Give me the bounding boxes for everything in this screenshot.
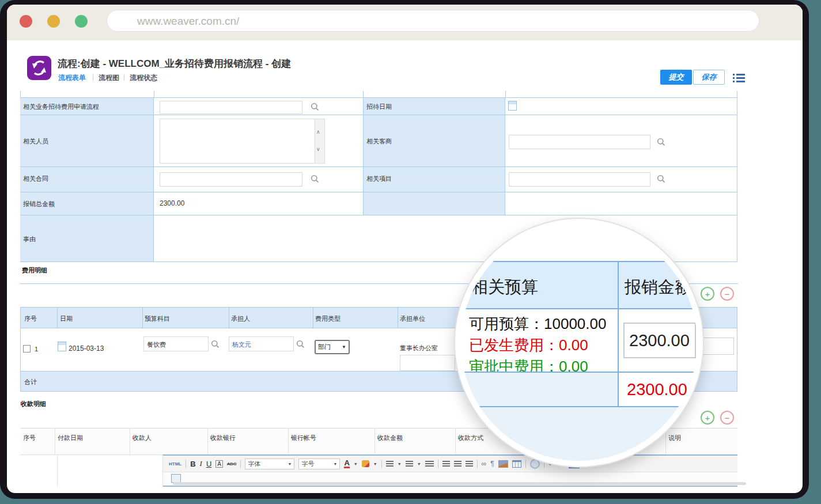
tab-flow-form[interactable]: 流程表单 xyxy=(58,73,86,83)
tab-separator xyxy=(93,74,93,81)
remove-expense-row-button[interactable]: − xyxy=(720,287,734,301)
italic-button[interactable]: I xyxy=(200,459,202,468)
save-button[interactable]: 保存 xyxy=(693,70,725,85)
tab-flow-status[interactable]: 流程状态 xyxy=(130,73,157,83)
add-expense-row-button[interactable]: + xyxy=(701,287,714,301)
form-row-sliver xyxy=(20,91,737,98)
grid-line xyxy=(154,91,154,98)
chevron-down-icon: ▼ xyxy=(334,462,338,466)
font-family-select[interactable]: 字体 ▼ xyxy=(245,458,294,469)
chevron-down-icon[interactable]: ▼ xyxy=(417,462,421,466)
browser-window: www.weaver.com.cn/ 流程:创建 - WELLCOM_业务招待费… xyxy=(7,5,803,493)
undertake-unit-input[interactable] xyxy=(400,355,455,371)
col-bank: 收款银行 xyxy=(210,434,236,442)
total-amount-label: 报销总金额 xyxy=(23,200,55,209)
row-seq: 1 xyxy=(35,346,38,353)
col-seq: 序号 xyxy=(24,314,37,323)
zoom-col-related-budget: 相关预算 xyxy=(471,276,538,299)
ordered-list-button[interactable] xyxy=(386,461,394,467)
workflow-logo xyxy=(27,56,51,80)
chevron-down-icon[interactable]: ▼ xyxy=(373,462,377,466)
col-undertake-unit: 承担单位 xyxy=(400,314,425,323)
editor-toolbar: HTML B I U A ABC 字体 ▼ 字号 ▼ A ▼ ▼ xyxy=(163,456,737,472)
search-icon[interactable] xyxy=(311,103,319,111)
expense-total-label: 合计 xyxy=(24,378,37,386)
add-payment-row-button[interactable]: + xyxy=(701,411,714,425)
scroll-down-icon[interactable]: ∨ xyxy=(316,146,320,152)
plus-icon: + xyxy=(705,414,710,422)
related-people-textarea[interactable] xyxy=(160,119,325,164)
grid-line xyxy=(363,91,364,98)
submit-button[interactable]: 提交 xyxy=(660,70,692,85)
search-icon[interactable] xyxy=(657,138,665,146)
grid-line xyxy=(455,428,456,455)
row-date[interactable]: 2015-03-13 xyxy=(69,344,104,353)
page-content: 流程:创建 - WELLCOM_业务招待费用报销流程 - 创建 流程表单 流程图… xyxy=(7,5,803,493)
chevron-down-icon[interactable]: ▼ xyxy=(354,462,358,466)
minus-icon: − xyxy=(725,290,730,298)
submit-button-label: 提交 xyxy=(669,72,684,82)
chevron-down-icon: ▼ xyxy=(342,344,346,350)
search-icon[interactable] xyxy=(211,340,220,348)
link-icon[interactable]: ∞ xyxy=(482,460,487,468)
budget-available: 可用预算：10000.00 xyxy=(469,314,606,334)
grid-line xyxy=(374,428,375,455)
align-center-button[interactable] xyxy=(454,461,461,467)
plus-icon: + xyxy=(705,290,710,298)
search-icon[interactable] xyxy=(311,175,319,183)
col-pay-date: 付款日期 xyxy=(58,434,83,442)
align-left-button[interactable] xyxy=(442,461,450,467)
font-color-button[interactable]: A xyxy=(344,459,349,468)
special-insert-button[interactable] xyxy=(530,459,540,469)
unordered-list-button[interactable] xyxy=(406,461,413,467)
note-cell xyxy=(20,455,58,487)
font-size-select[interactable]: 字号 ▼ xyxy=(298,458,340,469)
grid-line xyxy=(665,428,666,455)
highlight-color-button[interactable] xyxy=(362,460,369,467)
related-merchant-label: 相关客商 xyxy=(366,137,392,146)
total-amount-value: 2300.00 xyxy=(160,199,184,207)
insert-image-button[interactable] xyxy=(498,460,508,468)
textarea-scrollbar[interactable] xyxy=(315,119,324,163)
label-cell xyxy=(20,215,154,262)
scroll-up-icon[interactable]: ∧ xyxy=(316,129,320,135)
font-size-value: 字号 xyxy=(301,460,314,468)
undertake-unit-value: 董事长办公室 xyxy=(400,344,438,353)
indent-button[interactable] xyxy=(425,461,434,467)
zoom-total-amount: 2300.00 xyxy=(627,380,687,399)
remove-payment-row-button[interactable]: − xyxy=(720,411,734,425)
menu-list-icon[interactable] xyxy=(733,74,746,83)
chevron-down-icon[interactable]: ▼ xyxy=(398,462,402,466)
expense-type-select[interactable]: 部门 ▼ xyxy=(315,340,350,354)
bold-button[interactable]: B xyxy=(190,460,195,468)
col-undertaker: 承担人 xyxy=(231,314,250,323)
label-cell xyxy=(363,192,505,215)
tab-flow-chart[interactable]: 流程图 xyxy=(99,73,119,83)
search-icon[interactable] xyxy=(657,175,665,183)
anchor-icon[interactable]: ¶ xyxy=(490,460,494,468)
boxed-a-button[interactable]: A xyxy=(215,460,223,468)
related-project-input[interactable] xyxy=(509,172,650,187)
insert-table-button[interactable] xyxy=(512,460,521,468)
grid-line xyxy=(55,428,55,455)
related-contract-input[interactable] xyxy=(160,172,302,187)
editor-attachment-icon[interactable] xyxy=(171,474,181,483)
strikethrough-button[interactable]: ABC xyxy=(227,461,236,467)
related-flow-input[interactable] xyxy=(160,101,302,114)
search-icon[interactable] xyxy=(296,340,305,348)
grid-line xyxy=(505,91,506,98)
undertaker-value[interactable]: 杨文元 xyxy=(232,340,251,349)
zoom-amount-value: 2300.00 xyxy=(629,331,690,350)
calendar-icon[interactable] xyxy=(508,101,517,111)
budget-incurred: 已发生费用：0.00 xyxy=(469,335,588,355)
underline-button[interactable]: U xyxy=(206,460,211,468)
horizontal-scrollbar[interactable] xyxy=(173,482,746,485)
row-checkbox[interactable] xyxy=(23,345,31,353)
related-merchant-input[interactable] xyxy=(509,135,650,149)
col-method: 收款方式 xyxy=(458,434,483,442)
html-source-button[interactable]: HTML xyxy=(169,461,181,467)
minus-icon: − xyxy=(725,414,730,422)
calendar-icon[interactable] xyxy=(58,342,66,351)
align-right-button[interactable] xyxy=(466,461,473,467)
expense-type-value: 部门 xyxy=(318,343,331,351)
